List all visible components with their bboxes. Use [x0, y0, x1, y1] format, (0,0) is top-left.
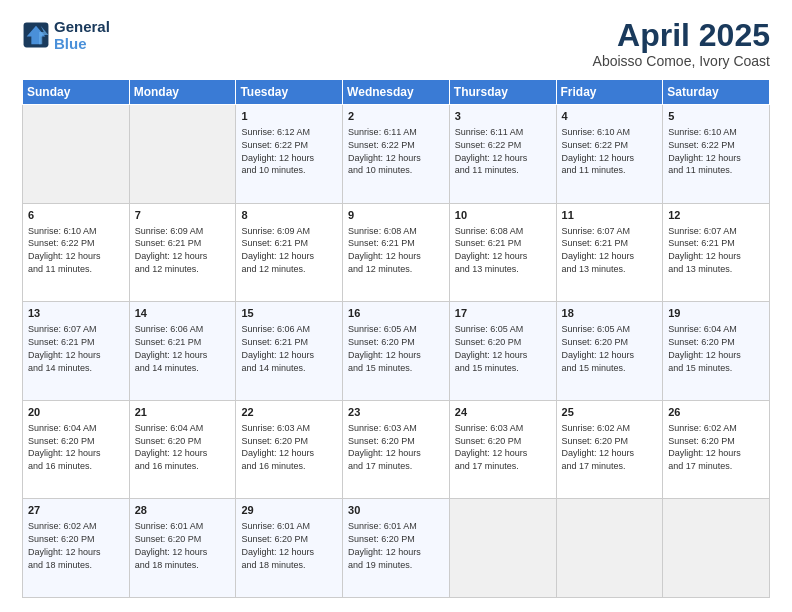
cell-info: Sunrise: 6:01 AM Sunset: 6:20 PM Dayligh… — [241, 521, 314, 569]
calendar-cell: 28Sunrise: 6:01 AM Sunset: 6:20 PM Dayli… — [129, 499, 236, 598]
calendar-cell: 23Sunrise: 6:03 AM Sunset: 6:20 PM Dayli… — [343, 400, 450, 499]
calendar-cell: 30Sunrise: 6:01 AM Sunset: 6:20 PM Dayli… — [343, 499, 450, 598]
day-number: 6 — [28, 208, 124, 223]
calendar-cell — [23, 105, 130, 204]
calendar-cell: 8Sunrise: 6:09 AM Sunset: 6:21 PM Daylig… — [236, 203, 343, 302]
day-number: 10 — [455, 208, 551, 223]
calendar-cell — [449, 499, 556, 598]
cell-info: Sunrise: 6:03 AM Sunset: 6:20 PM Dayligh… — [241, 423, 314, 471]
cell-info: Sunrise: 6:05 AM Sunset: 6:20 PM Dayligh… — [455, 324, 528, 372]
day-number: 1 — [241, 109, 337, 124]
calendar-cell: 17Sunrise: 6:05 AM Sunset: 6:20 PM Dayli… — [449, 302, 556, 401]
calendar-cell: 18Sunrise: 6:05 AM Sunset: 6:20 PM Dayli… — [556, 302, 663, 401]
cell-info: Sunrise: 6:10 AM Sunset: 6:22 PM Dayligh… — [28, 226, 101, 274]
day-number: 19 — [668, 306, 764, 321]
calendar-cell: 16Sunrise: 6:05 AM Sunset: 6:20 PM Dayli… — [343, 302, 450, 401]
calendar-header: SundayMondayTuesdayWednesdayThursdayFrid… — [23, 80, 770, 105]
page: General Blue April 2025 Aboisso Comoe, I… — [0, 0, 792, 612]
cell-info: Sunrise: 6:11 AM Sunset: 6:22 PM Dayligh… — [348, 127, 421, 175]
calendar-cell: 7Sunrise: 6:09 AM Sunset: 6:21 PM Daylig… — [129, 203, 236, 302]
cell-info: Sunrise: 6:04 AM Sunset: 6:20 PM Dayligh… — [135, 423, 208, 471]
weekday-header: Saturday — [663, 80, 770, 105]
calendar-week-row: 6Sunrise: 6:10 AM Sunset: 6:22 PM Daylig… — [23, 203, 770, 302]
logo-icon — [22, 21, 50, 49]
cell-info: Sunrise: 6:08 AM Sunset: 6:21 PM Dayligh… — [455, 226, 528, 274]
cell-info: Sunrise: 6:05 AM Sunset: 6:20 PM Dayligh… — [348, 324, 421, 372]
day-number: 22 — [241, 405, 337, 420]
calendar-subtitle: Aboisso Comoe, Ivory Coast — [593, 53, 770, 69]
calendar-cell: 27Sunrise: 6:02 AM Sunset: 6:20 PM Dayli… — [23, 499, 130, 598]
cell-info: Sunrise: 6:09 AM Sunset: 6:21 PM Dayligh… — [241, 226, 314, 274]
calendar-body: 1Sunrise: 6:12 AM Sunset: 6:22 PM Daylig… — [23, 105, 770, 598]
cell-info: Sunrise: 6:06 AM Sunset: 6:21 PM Dayligh… — [135, 324, 208, 372]
header: General Blue April 2025 Aboisso Comoe, I… — [22, 18, 770, 69]
calendar-cell: 9Sunrise: 6:08 AM Sunset: 6:21 PM Daylig… — [343, 203, 450, 302]
cell-info: Sunrise: 6:10 AM Sunset: 6:22 PM Dayligh… — [562, 127, 635, 175]
day-number: 16 — [348, 306, 444, 321]
weekday-header: Tuesday — [236, 80, 343, 105]
day-number: 17 — [455, 306, 551, 321]
day-number: 27 — [28, 503, 124, 518]
day-number: 24 — [455, 405, 551, 420]
weekday-header: Monday — [129, 80, 236, 105]
calendar-week-row: 27Sunrise: 6:02 AM Sunset: 6:20 PM Dayli… — [23, 499, 770, 598]
day-number: 15 — [241, 306, 337, 321]
calendar-week-row: 1Sunrise: 6:12 AM Sunset: 6:22 PM Daylig… — [23, 105, 770, 204]
day-number: 12 — [668, 208, 764, 223]
calendar-cell — [129, 105, 236, 204]
weekday-header: Sunday — [23, 80, 130, 105]
calendar-cell: 5Sunrise: 6:10 AM Sunset: 6:22 PM Daylig… — [663, 105, 770, 204]
day-number: 14 — [135, 306, 231, 321]
calendar-cell: 6Sunrise: 6:10 AM Sunset: 6:22 PM Daylig… — [23, 203, 130, 302]
day-number: 8 — [241, 208, 337, 223]
calendar-cell: 29Sunrise: 6:01 AM Sunset: 6:20 PM Dayli… — [236, 499, 343, 598]
calendar-cell: 3Sunrise: 6:11 AM Sunset: 6:22 PM Daylig… — [449, 105, 556, 204]
calendar-cell: 14Sunrise: 6:06 AM Sunset: 6:21 PM Dayli… — [129, 302, 236, 401]
calendar-cell: 10Sunrise: 6:08 AM Sunset: 6:21 PM Dayli… — [449, 203, 556, 302]
cell-info: Sunrise: 6:04 AM Sunset: 6:20 PM Dayligh… — [668, 324, 741, 372]
cell-info: Sunrise: 6:02 AM Sunset: 6:20 PM Dayligh… — [668, 423, 741, 471]
cell-info: Sunrise: 6:12 AM Sunset: 6:22 PM Dayligh… — [241, 127, 314, 175]
calendar-week-row: 20Sunrise: 6:04 AM Sunset: 6:20 PM Dayli… — [23, 400, 770, 499]
weekday-header: Thursday — [449, 80, 556, 105]
day-number: 18 — [562, 306, 658, 321]
calendar-cell — [663, 499, 770, 598]
calendar-cell — [556, 499, 663, 598]
cell-info: Sunrise: 6:11 AM Sunset: 6:22 PM Dayligh… — [455, 127, 528, 175]
weekday-header: Wednesday — [343, 80, 450, 105]
day-number: 4 — [562, 109, 658, 124]
cell-info: Sunrise: 6:02 AM Sunset: 6:20 PM Dayligh… — [562, 423, 635, 471]
day-number: 7 — [135, 208, 231, 223]
day-number: 2 — [348, 109, 444, 124]
day-number: 11 — [562, 208, 658, 223]
title-block: April 2025 Aboisso Comoe, Ivory Coast — [593, 18, 770, 69]
cell-info: Sunrise: 6:09 AM Sunset: 6:21 PM Dayligh… — [135, 226, 208, 274]
calendar-cell: 25Sunrise: 6:02 AM Sunset: 6:20 PM Dayli… — [556, 400, 663, 499]
calendar-cell: 19Sunrise: 6:04 AM Sunset: 6:20 PM Dayli… — [663, 302, 770, 401]
calendar-cell: 21Sunrise: 6:04 AM Sunset: 6:20 PM Dayli… — [129, 400, 236, 499]
cell-info: Sunrise: 6:03 AM Sunset: 6:20 PM Dayligh… — [348, 423, 421, 471]
cell-info: Sunrise: 6:02 AM Sunset: 6:20 PM Dayligh… — [28, 521, 101, 569]
weekday-row: SundayMondayTuesdayWednesdayThursdayFrid… — [23, 80, 770, 105]
calendar-cell: 24Sunrise: 6:03 AM Sunset: 6:20 PM Dayli… — [449, 400, 556, 499]
calendar-cell: 15Sunrise: 6:06 AM Sunset: 6:21 PM Dayli… — [236, 302, 343, 401]
calendar-cell: 12Sunrise: 6:07 AM Sunset: 6:21 PM Dayli… — [663, 203, 770, 302]
day-number: 26 — [668, 405, 764, 420]
calendar-table: SundayMondayTuesdayWednesdayThursdayFrid… — [22, 79, 770, 598]
cell-info: Sunrise: 6:01 AM Sunset: 6:20 PM Dayligh… — [348, 521, 421, 569]
day-number: 23 — [348, 405, 444, 420]
calendar-cell: 20Sunrise: 6:04 AM Sunset: 6:20 PM Dayli… — [23, 400, 130, 499]
cell-info: Sunrise: 6:03 AM Sunset: 6:20 PM Dayligh… — [455, 423, 528, 471]
cell-info: Sunrise: 6:01 AM Sunset: 6:20 PM Dayligh… — [135, 521, 208, 569]
calendar-cell: 4Sunrise: 6:10 AM Sunset: 6:22 PM Daylig… — [556, 105, 663, 204]
calendar-cell: 2Sunrise: 6:11 AM Sunset: 6:22 PM Daylig… — [343, 105, 450, 204]
calendar-cell: 26Sunrise: 6:02 AM Sunset: 6:20 PM Dayli… — [663, 400, 770, 499]
calendar-cell: 1Sunrise: 6:12 AM Sunset: 6:22 PM Daylig… — [236, 105, 343, 204]
weekday-header: Friday — [556, 80, 663, 105]
calendar-week-row: 13Sunrise: 6:07 AM Sunset: 6:21 PM Dayli… — [23, 302, 770, 401]
cell-info: Sunrise: 6:05 AM Sunset: 6:20 PM Dayligh… — [562, 324, 635, 372]
logo-text: General Blue — [54, 18, 110, 53]
day-number: 30 — [348, 503, 444, 518]
cell-info: Sunrise: 6:04 AM Sunset: 6:20 PM Dayligh… — [28, 423, 101, 471]
day-number: 13 — [28, 306, 124, 321]
